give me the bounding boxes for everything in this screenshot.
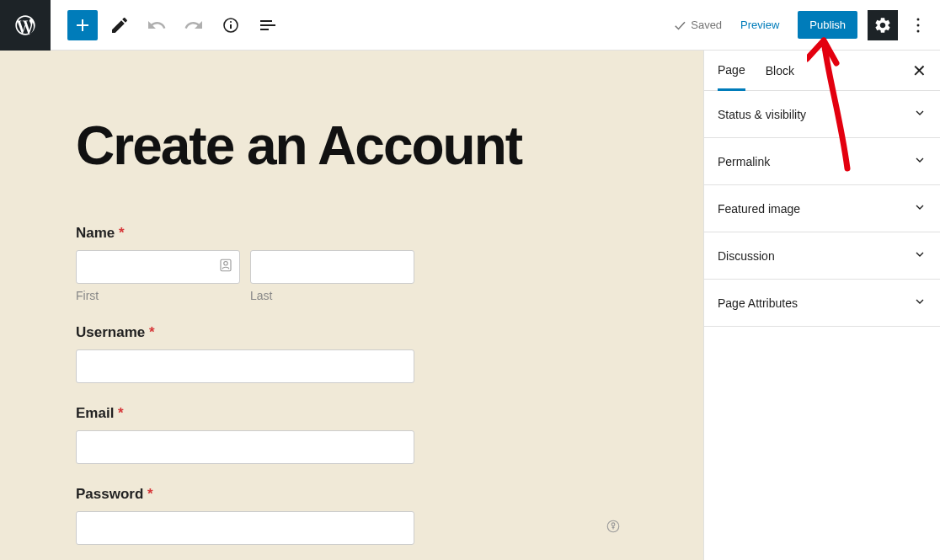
redo-button[interactable]: [179, 10, 209, 40]
wordpress-logo[interactable]: [0, 0, 51, 51]
email-label: Email *: [76, 405, 628, 422]
required-marker: *: [119, 225, 125, 241]
tab-page[interactable]: Page: [718, 51, 745, 91]
more-options-button[interactable]: [908, 10, 928, 40]
close-sidebar-button[interactable]: ✕: [912, 61, 927, 81]
first-name-input[interactable]: [76, 250, 240, 284]
chevron-down-icon: [913, 248, 927, 264]
required-marker: *: [118, 405, 124, 421]
panel-discussion[interactable]: Discussion: [704, 232, 940, 280]
save-status: Saved: [672, 18, 722, 33]
password-input[interactable]: [76, 511, 414, 545]
svg-point-2: [230, 21, 232, 23]
email-field-row: Email *: [76, 405, 628, 464]
add-block-button[interactable]: [67, 10, 98, 40]
chevron-down-icon: [913, 200, 927, 216]
name-field-row: Name * First Last: [76, 225, 628, 302]
sidebar-tabs: Page Block ✕: [704, 51, 940, 91]
settings-button[interactable]: [868, 10, 898, 40]
last-sublabel: Last: [250, 289, 414, 302]
first-sublabel: First: [76, 289, 240, 302]
username-input[interactable]: [76, 349, 414, 383]
panel-page-attributes[interactable]: Page Attributes: [704, 280, 940, 327]
chevron-down-icon: [913, 106, 927, 122]
editor-workspace: Create an Account Name * First: [0, 51, 940, 560]
chevron-down-icon: [913, 153, 927, 169]
tab-block[interactable]: Block: [766, 52, 794, 89]
page-title[interactable]: Create an Account: [76, 118, 628, 174]
publish-button[interactable]: Publish: [798, 11, 857, 39]
contact-icon: [218, 258, 233, 276]
email-input[interactable]: [76, 430, 414, 464]
password-field-row: Password *: [76, 486, 628, 545]
password-label: Password *: [76, 486, 628, 503]
svg-point-4: [917, 24, 920, 26]
svg-point-9: [612, 523, 615, 526]
panel-permalink[interactable]: Permalink: [704, 138, 940, 185]
required-marker: *: [147, 486, 153, 502]
required-marker: *: [149, 324, 155, 340]
name-label: Name *: [76, 225, 628, 242]
outline-button[interactable]: [253, 10, 283, 40]
svg-point-3: [917, 18, 920, 20]
preview-button[interactable]: Preview: [732, 13, 788, 36]
svg-point-5: [917, 29, 920, 32]
panel-status-visibility[interactable]: Status & visibility: [704, 91, 940, 138]
last-name-input[interactable]: [250, 250, 414, 284]
editor-canvas[interactable]: Create an Account Name * First: [0, 51, 703, 560]
panel-featured-image[interactable]: Featured image: [704, 185, 940, 232]
settings-sidebar: Page Block ✕ Status & visibility Permali…: [703, 51, 940, 560]
username-label: Username *: [76, 324, 628, 341]
username-field-row: Username *: [76, 324, 628, 383]
undo-button[interactable]: [142, 10, 172, 40]
svg-point-7: [224, 262, 228, 266]
topbar-tools: [51, 10, 283, 40]
edit-mode-button[interactable]: [104, 10, 135, 40]
info-button[interactable]: [216, 10, 246, 40]
password-icon: [606, 519, 621, 537]
saved-label: Saved: [691, 19, 722, 31]
topbar-actions: Saved Preview Publish: [672, 10, 940, 40]
chevron-down-icon: [913, 295, 927, 311]
editor-topbar: Saved Preview Publish: [0, 0, 940, 51]
